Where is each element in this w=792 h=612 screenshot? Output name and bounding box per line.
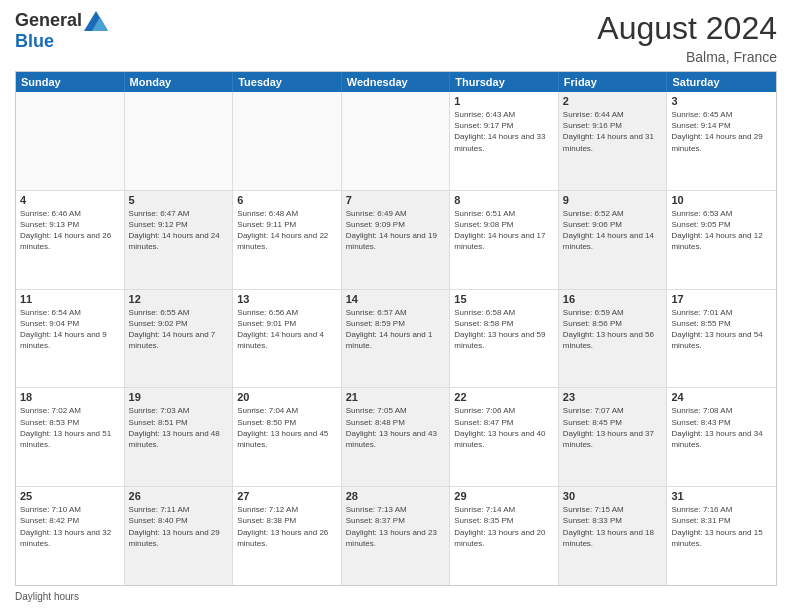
calendar-cell: 22Sunrise: 7:06 AMSunset: 8:47 PMDayligh… — [450, 388, 559, 486]
calendar-row: 4Sunrise: 6:46 AMSunset: 9:13 PMDaylight… — [16, 191, 776, 290]
calendar-cell: 12Sunrise: 6:55 AMSunset: 9:02 PMDayligh… — [125, 290, 234, 388]
day-number: 31 — [671, 490, 772, 502]
day-number: 4 — [20, 194, 120, 206]
day-number: 28 — [346, 490, 446, 502]
day-info: Sunrise: 6:48 AMSunset: 9:11 PMDaylight:… — [237, 208, 337, 253]
day-number: 9 — [563, 194, 663, 206]
day-number: 26 — [129, 490, 229, 502]
title-block: August 2024 Balma, France — [597, 10, 777, 65]
calendar-cell: 18Sunrise: 7:02 AMSunset: 8:53 PMDayligh… — [16, 388, 125, 486]
day-number: 15 — [454, 293, 554, 305]
calendar-cell: 7Sunrise: 6:49 AMSunset: 9:09 PMDaylight… — [342, 191, 451, 289]
calendar-header-cell: Tuesday — [233, 72, 342, 92]
day-number: 16 — [563, 293, 663, 305]
logo-text: General — [15, 10, 108, 31]
day-info: Sunrise: 7:08 AMSunset: 8:43 PMDaylight:… — [671, 405, 772, 450]
calendar-cell: 14Sunrise: 6:57 AMSunset: 8:59 PMDayligh… — [342, 290, 451, 388]
day-number: 10 — [671, 194, 772, 206]
day-info: Sunrise: 6:49 AMSunset: 9:09 PMDaylight:… — [346, 208, 446, 253]
day-number: 25 — [20, 490, 120, 502]
month-year: August 2024 — [597, 10, 777, 47]
day-info: Sunrise: 7:03 AMSunset: 8:51 PMDaylight:… — [129, 405, 229, 450]
day-info: Sunrise: 6:51 AMSunset: 9:08 PMDaylight:… — [454, 208, 554, 253]
day-info: Sunrise: 6:52 AMSunset: 9:06 PMDaylight:… — [563, 208, 663, 253]
day-info: Sunrise: 6:57 AMSunset: 8:59 PMDaylight:… — [346, 307, 446, 352]
calendar-cell: 9Sunrise: 6:52 AMSunset: 9:06 PMDaylight… — [559, 191, 668, 289]
calendar-cell: 27Sunrise: 7:12 AMSunset: 8:38 PMDayligh… — [233, 487, 342, 585]
calendar-cell: 20Sunrise: 7:04 AMSunset: 8:50 PMDayligh… — [233, 388, 342, 486]
logo-icon — [84, 11, 108, 31]
calendar-cell: 25Sunrise: 7:10 AMSunset: 8:42 PMDayligh… — [16, 487, 125, 585]
calendar-cell: 15Sunrise: 6:58 AMSunset: 8:58 PMDayligh… — [450, 290, 559, 388]
calendar-body: 1Sunrise: 6:43 AMSunset: 9:17 PMDaylight… — [16, 92, 776, 585]
day-number: 11 — [20, 293, 120, 305]
day-info: Sunrise: 7:02 AMSunset: 8:53 PMDaylight:… — [20, 405, 120, 450]
day-info: Sunrise: 6:58 AMSunset: 8:58 PMDaylight:… — [454, 307, 554, 352]
calendar-cell: 3Sunrise: 6:45 AMSunset: 9:14 PMDaylight… — [667, 92, 776, 190]
location: Balma, France — [597, 49, 777, 65]
day-info: Sunrise: 7:07 AMSunset: 8:45 PMDaylight:… — [563, 405, 663, 450]
day-number: 21 — [346, 391, 446, 403]
day-info: Sunrise: 6:55 AMSunset: 9:02 PMDaylight:… — [129, 307, 229, 352]
daylight-hours-label: Daylight hours — [15, 591, 79, 602]
calendar-cell: 31Sunrise: 7:16 AMSunset: 8:31 PMDayligh… — [667, 487, 776, 585]
header: General Blue August 2024 Balma, France — [15, 10, 777, 65]
logo: General Blue — [15, 10, 108, 52]
day-info: Sunrise: 6:47 AMSunset: 9:12 PMDaylight:… — [129, 208, 229, 253]
day-info: Sunrise: 7:13 AMSunset: 8:37 PMDaylight:… — [346, 504, 446, 549]
calendar-header-cell: Friday — [559, 72, 668, 92]
day-info: Sunrise: 7:06 AMSunset: 8:47 PMDaylight:… — [454, 405, 554, 450]
day-number: 14 — [346, 293, 446, 305]
calendar-cell: 26Sunrise: 7:11 AMSunset: 8:40 PMDayligh… — [125, 487, 234, 585]
calendar-cell: 10Sunrise: 6:53 AMSunset: 9:05 PMDayligh… — [667, 191, 776, 289]
calendar-header-cell: Wednesday — [342, 72, 451, 92]
calendar-cell: 30Sunrise: 7:15 AMSunset: 8:33 PMDayligh… — [559, 487, 668, 585]
calendar-cell: 19Sunrise: 7:03 AMSunset: 8:51 PMDayligh… — [125, 388, 234, 486]
calendar-header: SundayMondayTuesdayWednesdayThursdayFrid… — [16, 72, 776, 92]
day-info: Sunrise: 7:10 AMSunset: 8:42 PMDaylight:… — [20, 504, 120, 549]
day-number: 22 — [454, 391, 554, 403]
day-number: 23 — [563, 391, 663, 403]
calendar-cell — [16, 92, 125, 190]
day-number: 6 — [237, 194, 337, 206]
calendar-cell — [125, 92, 234, 190]
day-info: Sunrise: 7:04 AMSunset: 8:50 PMDaylight:… — [237, 405, 337, 450]
day-info: Sunrise: 7:14 AMSunset: 8:35 PMDaylight:… — [454, 504, 554, 549]
calendar-cell: 6Sunrise: 6:48 AMSunset: 9:11 PMDaylight… — [233, 191, 342, 289]
day-info: Sunrise: 6:45 AMSunset: 9:14 PMDaylight:… — [671, 109, 772, 154]
calendar-cell: 5Sunrise: 6:47 AMSunset: 9:12 PMDaylight… — [125, 191, 234, 289]
calendar-row: 25Sunrise: 7:10 AMSunset: 8:42 PMDayligh… — [16, 487, 776, 585]
calendar-row: 11Sunrise: 6:54 AMSunset: 9:04 PMDayligh… — [16, 290, 776, 389]
calendar-cell: 1Sunrise: 6:43 AMSunset: 9:17 PMDaylight… — [450, 92, 559, 190]
day-number: 27 — [237, 490, 337, 502]
calendar-cell: 28Sunrise: 7:13 AMSunset: 8:37 PMDayligh… — [342, 487, 451, 585]
day-info: Sunrise: 6:59 AMSunset: 8:56 PMDaylight:… — [563, 307, 663, 352]
calendar: SundayMondayTuesdayWednesdayThursdayFrid… — [15, 71, 777, 586]
calendar-cell: 23Sunrise: 7:07 AMSunset: 8:45 PMDayligh… — [559, 388, 668, 486]
logo-blue: Blue — [15, 31, 54, 52]
calendar-cell: 4Sunrise: 6:46 AMSunset: 9:13 PMDaylight… — [16, 191, 125, 289]
footer: Daylight hours — [15, 591, 777, 602]
page: General Blue August 2024 Balma, France S… — [0, 0, 792, 612]
calendar-cell: 16Sunrise: 6:59 AMSunset: 8:56 PMDayligh… — [559, 290, 668, 388]
day-number: 18 — [20, 391, 120, 403]
day-number: 30 — [563, 490, 663, 502]
day-info: Sunrise: 7:12 AMSunset: 8:38 PMDaylight:… — [237, 504, 337, 549]
calendar-header-cell: Saturday — [667, 72, 776, 92]
day-info: Sunrise: 7:05 AMSunset: 8:48 PMDaylight:… — [346, 405, 446, 450]
day-number: 29 — [454, 490, 554, 502]
day-number: 2 — [563, 95, 663, 107]
calendar-cell: 24Sunrise: 7:08 AMSunset: 8:43 PMDayligh… — [667, 388, 776, 486]
calendar-cell: 13Sunrise: 6:56 AMSunset: 9:01 PMDayligh… — [233, 290, 342, 388]
day-info: Sunrise: 6:44 AMSunset: 9:16 PMDaylight:… — [563, 109, 663, 154]
day-number: 24 — [671, 391, 772, 403]
calendar-cell — [342, 92, 451, 190]
day-info: Sunrise: 7:16 AMSunset: 8:31 PMDaylight:… — [671, 504, 772, 549]
day-info: Sunrise: 7:15 AMSunset: 8:33 PMDaylight:… — [563, 504, 663, 549]
calendar-cell: 11Sunrise: 6:54 AMSunset: 9:04 PMDayligh… — [16, 290, 125, 388]
day-number: 13 — [237, 293, 337, 305]
day-info: Sunrise: 6:56 AMSunset: 9:01 PMDaylight:… — [237, 307, 337, 352]
day-number: 19 — [129, 391, 229, 403]
day-number: 20 — [237, 391, 337, 403]
day-number: 8 — [454, 194, 554, 206]
